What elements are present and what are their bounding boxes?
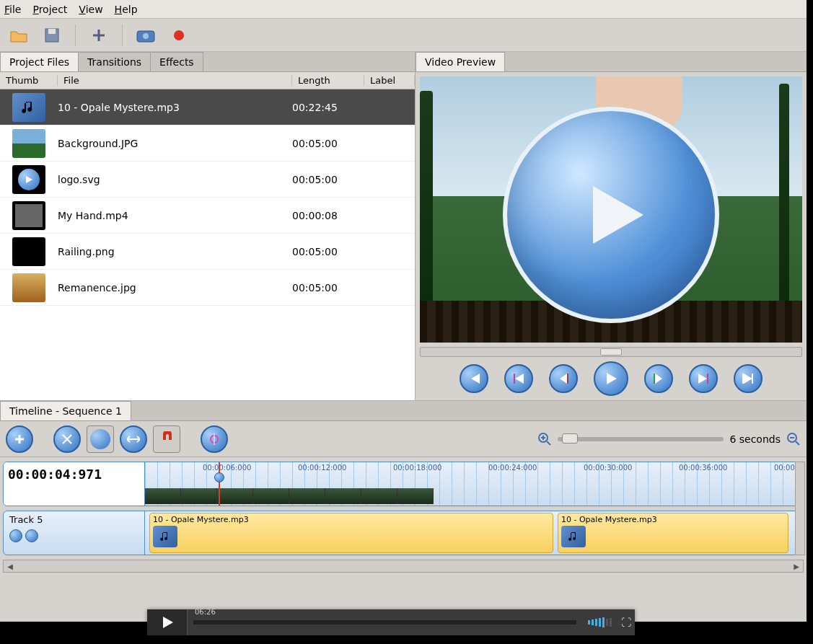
app-window: File Project View Help Project Files Tra… xyxy=(0,0,807,622)
audio-clip[interactable]: 10 - Opale Mystere.mp3 xyxy=(149,513,553,553)
ruler-tick: 00:00:12:000 xyxy=(298,464,346,472)
frame-forward-button[interactable] xyxy=(644,364,673,393)
timeline-ruler[interactable]: 00:00:06:000 00:00:12:000 00:00:18:000 0… xyxy=(145,462,803,506)
menu-project[interactable]: Project xyxy=(32,4,67,15)
tab-transitions[interactable]: Transitions xyxy=(78,52,151,71)
timeline-ruler-row: 00:00:04:971 00:00:06:000 00:00:12:000 0… xyxy=(3,462,804,506)
frame-back-button[interactable] xyxy=(549,364,578,393)
play-button[interactable] xyxy=(594,361,628,396)
ruler-tick: 00:00:24:000 xyxy=(488,464,537,472)
playhead[interactable] xyxy=(219,462,220,506)
table-row[interactable]: 10 - Opale Mystere.mp3 00:22:45 xyxy=(0,89,415,125)
add-button[interactable] xyxy=(86,22,112,48)
separator xyxy=(122,25,123,46)
left-panel: Project Files Transitions Effects Thumb … xyxy=(0,52,416,400)
track-body[interactable]: 10 - Opale Mystere.mp3 10 - Opale Myster… xyxy=(145,511,803,555)
video-preview[interactable] xyxy=(420,76,802,343)
next-marker-button[interactable] xyxy=(689,364,718,393)
svg-rect-6 xyxy=(567,374,568,384)
preview-scrollbar[interactable] xyxy=(420,347,802,357)
player-volume[interactable] xyxy=(582,617,618,627)
zoom-in-icon[interactable] xyxy=(537,432,552,446)
save-button[interactable] xyxy=(39,22,65,48)
svg-rect-5 xyxy=(514,374,515,384)
table-row[interactable]: Remanence.jpg 00:05:00 xyxy=(0,270,415,306)
col-file[interactable]: File xyxy=(58,75,292,86)
resize-button[interactable] xyxy=(120,425,147,453)
image-thumb xyxy=(12,129,45,158)
col-length[interactable]: Length xyxy=(292,75,364,86)
table-row[interactable]: Railing.png 00:05:00 xyxy=(0,234,415,270)
seek-start-button[interactable] xyxy=(460,364,488,393)
file-length: 00:05:00 xyxy=(292,174,364,185)
add-track-button[interactable] xyxy=(87,425,114,453)
file-length: 00:00:08 xyxy=(292,210,364,221)
svg-point-4 xyxy=(174,30,184,40)
slider-knob[interactable] xyxy=(562,433,578,444)
timeline-track: Track 5 10 - Opale Mystere.mp3 10 - Opal… xyxy=(3,511,804,555)
svg-rect-8 xyxy=(707,374,708,384)
file-name: Railing.png xyxy=(58,246,292,257)
table-row[interactable]: My Hand.mp4 00:00:08 xyxy=(0,198,415,234)
preview-tabs: Video Preview xyxy=(416,52,807,72)
seek-end-button[interactable] xyxy=(734,364,763,393)
menu-help[interactable]: Help xyxy=(115,4,138,15)
timeline-v-scrollbar[interactable] xyxy=(795,462,805,555)
player-progress[interactable] xyxy=(193,620,576,625)
open-button[interactable] xyxy=(6,22,32,48)
razor-button[interactable] xyxy=(53,425,81,453)
menu-view[interactable]: View xyxy=(79,4,102,15)
track-header[interactable]: Track 5 xyxy=(4,511,145,555)
right-panel: Video Preview xyxy=(416,52,807,400)
embedded-video-player: 06:26 ⛶ xyxy=(147,609,635,635)
svg-rect-7 xyxy=(654,374,655,384)
track-mute-button[interactable] xyxy=(9,529,22,542)
scroll-right-icon[interactable]: ▶ xyxy=(790,560,803,572)
ruler-tick: 00:00:18:000 xyxy=(393,464,441,472)
col-thumb[interactable]: Thumb xyxy=(0,75,58,86)
zoom-label: 6 seconds xyxy=(729,433,781,445)
scrollbar-handle[interactable] xyxy=(600,348,622,356)
center-playhead-button[interactable] xyxy=(201,425,228,453)
tab-effects[interactable]: Effects xyxy=(150,52,203,71)
menu-file[interactable]: File xyxy=(4,4,21,15)
fullscreen-button[interactable]: ⛶ xyxy=(618,617,635,628)
player-play-button[interactable] xyxy=(147,609,188,635)
tab-video-preview[interactable]: Video Preview xyxy=(416,52,505,71)
separator xyxy=(75,25,76,46)
ruler-tick: 00:00:36:000 xyxy=(679,464,727,472)
zoom-control: 6 seconds xyxy=(537,432,801,446)
tab-timeline[interactable]: Timeline - Sequence 1 xyxy=(0,401,131,420)
record-button[interactable] xyxy=(166,22,192,48)
file-name: My Hand.mp4 xyxy=(58,210,292,221)
file-length: 00:05:00 xyxy=(292,282,364,294)
ruler-tick: 00:00:30:000 xyxy=(584,464,632,472)
main-panel: Project Files Transitions Effects Thumb … xyxy=(0,52,807,401)
track-lock-button[interactable] xyxy=(25,529,38,542)
scroll-left-icon[interactable]: ◀ xyxy=(4,560,17,572)
zoom-slider[interactable] xyxy=(558,437,724,441)
timeline-h-scrollbar[interactable]: ◀ ▶ xyxy=(3,560,804,573)
prev-marker-button[interactable] xyxy=(504,364,533,393)
file-name: Remanence.jpg xyxy=(58,282,292,294)
col-label[interactable]: Label xyxy=(364,75,415,86)
music-icon xyxy=(12,93,45,122)
current-time: 00:00:04:971 xyxy=(4,462,145,506)
table-row[interactable]: logo.svg 00:05:00 xyxy=(0,162,415,198)
track-name: Track 5 xyxy=(9,514,139,525)
table-header: Thumb File Length Label xyxy=(0,72,415,89)
thumbnail-strip xyxy=(145,488,434,504)
image-thumb xyxy=(12,273,45,302)
audio-clip[interactable]: 10 - Opale Mystere.mp3 xyxy=(558,513,788,553)
file-length: 00:05:00 xyxy=(292,246,364,257)
add-marker-button[interactable] xyxy=(6,425,33,453)
tab-project-files[interactable]: Project Files xyxy=(0,52,79,71)
snapshot-button[interactable] xyxy=(133,22,159,48)
file-length: 00:05:00 xyxy=(292,138,364,149)
palm-tree-icon xyxy=(779,84,789,318)
music-icon xyxy=(153,526,177,547)
playhead-marker[interactable] xyxy=(214,472,224,482)
snap-button[interactable] xyxy=(153,425,180,453)
zoom-out-icon[interactable] xyxy=(786,432,801,446)
table-row[interactable]: Background.JPG 00:05:00 xyxy=(0,125,415,162)
